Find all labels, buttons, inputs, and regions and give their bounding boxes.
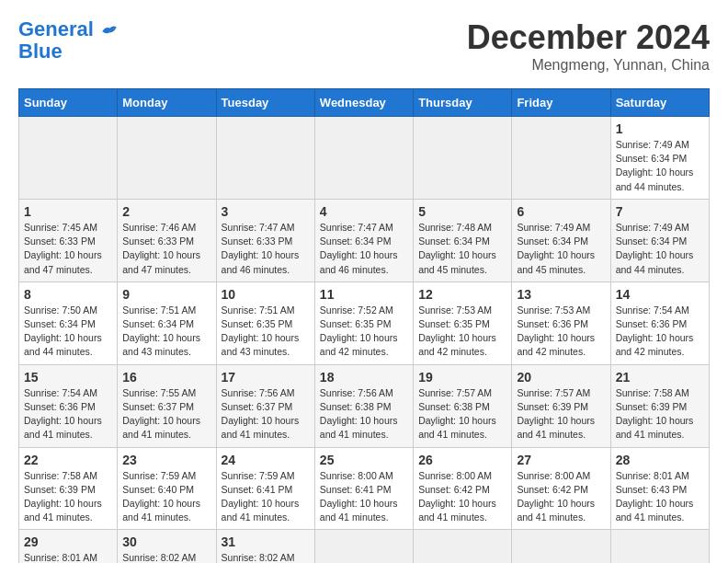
calendar-week-row: 29Sunrise: 8:01 AMSunset: 6:43 PMDayligh… — [19, 530, 710, 563]
day-info: Sunrise: 7:47 AMSunset: 6:34 PMDaylight:… — [320, 221, 408, 277]
calendar-cell: 11Sunrise: 7:52 AMSunset: 6:35 PMDayligh… — [314, 282, 413, 364]
day-info: Sunrise: 7:50 AMSunset: 6:34 PMDaylight:… — [24, 304, 112, 360]
month-title: December 2024 — [467, 18, 710, 57]
calendar-cell: 27Sunrise: 8:00 AMSunset: 6:42 PMDayligh… — [512, 447, 610, 530]
calendar-cell: 25Sunrise: 8:00 AMSunset: 6:41 PMDayligh… — [314, 447, 413, 530]
day-info: Sunrise: 7:54 AMSunset: 6:36 PMDaylight:… — [616, 304, 704, 360]
day-number: 19 — [418, 370, 506, 385]
calendar-cell — [512, 117, 610, 200]
day-number: 17 — [222, 370, 310, 385]
day-info: Sunrise: 7:49 AMSunset: 6:34 PMDaylight:… — [517, 221, 605, 277]
day-number: 14 — [616, 287, 704, 302]
day-number: 15 — [24, 370, 112, 385]
calendar-cell: 1Sunrise: 7:45 AMSunset: 6:33 PMDaylight… — [19, 199, 118, 282]
header-thursday: Thursday — [414, 89, 512, 117]
day-info: Sunrise: 7:58 AMSunset: 6:39 PMDaylight:… — [616, 386, 704, 442]
day-info: Sunrise: 7:53 AMSunset: 6:36 PMDaylight:… — [517, 304, 605, 360]
day-number: 8 — [24, 287, 112, 302]
day-number: 4 — [320, 204, 408, 219]
day-info: Sunrise: 7:54 AMSunset: 6:36 PMDaylight:… — [24, 386, 112, 442]
calendar-cell: 19Sunrise: 7:57 AMSunset: 6:38 PMDayligh… — [414, 364, 512, 447]
calendar-cell: 4Sunrise: 7:47 AMSunset: 6:34 PMDaylight… — [314, 199, 413, 282]
day-info: Sunrise: 7:57 AMSunset: 6:38 PMDaylight:… — [418, 386, 506, 442]
header-wednesday: Wednesday — [314, 89, 413, 117]
calendar-cell: 23Sunrise: 7:59 AMSunset: 6:40 PMDayligh… — [118, 447, 216, 530]
calendar-cell: 18Sunrise: 7:56 AMSunset: 6:38 PMDayligh… — [314, 364, 413, 447]
day-info: Sunrise: 7:59 AMSunset: 6:41 PMDaylight:… — [222, 469, 310, 525]
day-info: Sunrise: 8:00 AMSunset: 6:41 PMDaylight:… — [320, 469, 408, 525]
header-sunday: Sunday — [19, 89, 118, 117]
calendar-table: SundayMondayTuesdayWednesdayThursdayFrid… — [18, 88, 710, 563]
day-info: Sunrise: 7:46 AMSunset: 6:33 PMDaylight:… — [122, 221, 210, 277]
page-header: General Blue December 2024 Mengmeng, Yun… — [18, 18, 710, 74]
calendar-cell — [216, 117, 314, 200]
header-tuesday: Tuesday — [216, 89, 314, 117]
calendar-cell — [314, 117, 413, 200]
day-info: Sunrise: 7:53 AMSunset: 6:35 PMDaylight:… — [418, 304, 506, 360]
day-info: Sunrise: 7:59 AMSunset: 6:40 PMDaylight:… — [122, 469, 210, 525]
day-number: 29 — [24, 534, 112, 549]
day-number: 11 — [320, 287, 408, 302]
calendar-header-row: SundayMondayTuesdayWednesdayThursdayFrid… — [19, 89, 710, 117]
calendar-cell: 15Sunrise: 7:54 AMSunset: 6:36 PMDayligh… — [19, 364, 118, 447]
day-number: 2 — [122, 204, 210, 219]
calendar-cell: 7Sunrise: 7:49 AMSunset: 6:34 PMDaylight… — [610, 199, 709, 282]
day-number: 10 — [222, 287, 310, 302]
calendar-cell: 14Sunrise: 7:54 AMSunset: 6:36 PMDayligh… — [610, 282, 709, 364]
day-number: 27 — [517, 453, 605, 467]
header-saturday: Saturday — [610, 89, 709, 117]
day-info: Sunrise: 8:01 AMSunset: 6:43 PMDaylight:… — [616, 469, 704, 525]
logo-text: General — [18, 18, 118, 40]
day-info: Sunrise: 7:49 AMSunset: 6:34 PMDaylight:… — [616, 138, 704, 194]
day-info: Sunrise: 7:45 AMSunset: 6:33 PMDaylight:… — [24, 221, 112, 277]
day-number: 28 — [616, 453, 704, 467]
day-number: 6 — [517, 204, 605, 219]
day-number: 31 — [222, 534, 310, 549]
day-number: 3 — [222, 204, 310, 219]
calendar-cell: 24Sunrise: 7:59 AMSunset: 6:41 PMDayligh… — [216, 447, 314, 530]
calendar-cell — [414, 530, 512, 563]
day-info: Sunrise: 7:55 AMSunset: 6:37 PMDaylight:… — [122, 386, 210, 442]
day-info: Sunrise: 7:56 AMSunset: 6:38 PMDaylight:… — [320, 386, 408, 442]
calendar-week-row: 1Sunrise: 7:49 AMSunset: 6:34 PMDaylight… — [19, 117, 710, 200]
day-number: 21 — [616, 370, 704, 385]
calendar-cell: 10Sunrise: 7:51 AMSunset: 6:35 PMDayligh… — [216, 282, 314, 364]
calendar-week-row: 15Sunrise: 7:54 AMSunset: 6:36 PMDayligh… — [19, 364, 710, 447]
logo-bird-icon — [101, 24, 118, 37]
day-info: Sunrise: 7:47 AMSunset: 6:33 PMDaylight:… — [222, 221, 310, 277]
calendar-cell: 20Sunrise: 7:57 AMSunset: 6:39 PMDayligh… — [512, 364, 610, 447]
calendar-cell: 3Sunrise: 7:47 AMSunset: 6:33 PMDaylight… — [216, 199, 314, 282]
day-number: 7 — [616, 204, 704, 219]
calendar-cell — [512, 530, 610, 563]
day-number: 23 — [122, 453, 210, 467]
calendar-cell: 17Sunrise: 7:56 AMSunset: 6:37 PMDayligh… — [216, 364, 314, 447]
calendar-cell: 2Sunrise: 7:46 AMSunset: 6:33 PMDaylight… — [118, 199, 216, 282]
header-friday: Friday — [512, 89, 610, 117]
day-number: 25 — [320, 453, 408, 467]
calendar-cell: 12Sunrise: 7:53 AMSunset: 6:35 PMDayligh… — [414, 282, 512, 364]
day-info: Sunrise: 8:00 AMSunset: 6:42 PMDaylight:… — [517, 469, 605, 525]
day-number: 18 — [320, 370, 408, 385]
day-number: 13 — [517, 287, 605, 302]
day-number: 20 — [517, 370, 605, 385]
day-info: Sunrise: 7:51 AMSunset: 6:34 PMDaylight:… — [122, 304, 210, 360]
logo-blue: Blue — [18, 40, 63, 63]
calendar-cell: 13Sunrise: 7:53 AMSunset: 6:36 PMDayligh… — [512, 282, 610, 364]
day-info: Sunrise: 7:49 AMSunset: 6:34 PMDaylight:… — [616, 221, 704, 277]
day-number: 16 — [122, 370, 210, 385]
calendar-cell — [414, 117, 512, 200]
calendar-cell: 8Sunrise: 7:50 AMSunset: 6:34 PMDaylight… — [19, 282, 118, 364]
day-info: Sunrise: 8:02 AMSunset: 6:45 PMDaylight:… — [222, 551, 310, 563]
calendar-week-row: 22Sunrise: 7:58 AMSunset: 6:39 PMDayligh… — [19, 447, 710, 530]
day-number: 24 — [222, 453, 310, 467]
logo: General Blue — [18, 18, 118, 63]
calendar-cell: 31Sunrise: 8:02 AMSunset: 6:45 PMDayligh… — [216, 530, 314, 563]
day-info: Sunrise: 7:57 AMSunset: 6:39 PMDaylight:… — [517, 386, 605, 442]
day-info: Sunrise: 7:51 AMSunset: 6:35 PMDaylight:… — [222, 304, 310, 360]
calendar-cell: 26Sunrise: 8:00 AMSunset: 6:42 PMDayligh… — [414, 447, 512, 530]
day-info: Sunrise: 8:01 AMSunset: 6:43 PMDaylight:… — [24, 551, 112, 563]
location: Mengmeng, Yunnan, China — [467, 57, 710, 74]
calendar-cell: 16Sunrise: 7:55 AMSunset: 6:37 PMDayligh… — [118, 364, 216, 447]
day-info: Sunrise: 7:52 AMSunset: 6:35 PMDaylight:… — [320, 304, 408, 360]
day-info: Sunrise: 8:02 AMSunset: 6:44 PMDaylight:… — [122, 551, 210, 563]
